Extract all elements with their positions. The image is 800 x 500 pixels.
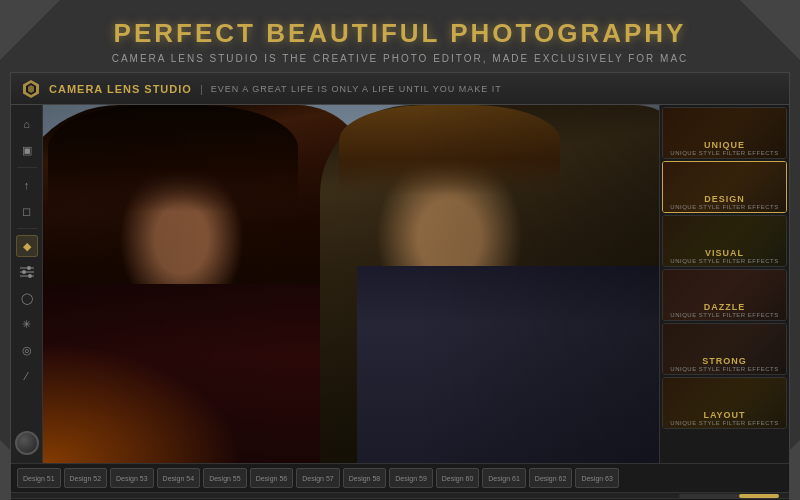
app-titlebar: CAMERA LENS STUDIO | EVEN A GREAT LIFE I… [11,73,789,105]
filter-sub-visual: UNIQUE STYLE FILTER EFFECTS [663,258,786,264]
filter-card-dazzle[interactable]: DAZZLE UNIQUE STYLE FILTER EFFECTS [662,269,787,321]
filter-name-design: DESIGN [663,194,786,204]
tool-sliders[interactable] [16,261,38,283]
filter-card-unique[interactable]: UNIQUE UNIQUE STYLE FILTER EFFECTS [662,107,787,159]
design-thumb-8[interactable]: Design 59 [389,468,433,488]
design-thumb-11[interactable]: Design 62 [529,468,573,488]
svg-point-8 [28,274,32,278]
tool-brush[interactable]: ⁄ [16,365,38,387]
filter-name-layout: LAYOUT [663,410,786,420]
filter-name-unique: UNIQUE [663,140,786,150]
tool-eye[interactable]: ◎ [16,339,38,361]
filter-card-design[interactable]: DESIGN UNIQUE STYLE FILTER EFFECTS [662,161,787,213]
outer-background: PERFECT BEAUTIFUL PHOTOGRAPHY CAMERA LEN… [0,0,800,500]
app-name-label: CAMERA LENS STUDIO [49,83,192,95]
design-thumb-4[interactable]: Design 55 [203,468,247,488]
tool-upload[interactable]: ↑ [16,174,38,196]
photo-overlay [43,105,659,463]
app-tagline-label: EVEN A GREAT LIFE IS ONLY A LIFE UNTIL Y… [211,84,502,94]
scrollbar-thumb[interactable] [739,494,779,498]
design-thumb-0[interactable]: Design 51 [17,468,61,488]
filter-name-strong: STRONG [663,356,786,366]
header: PERFECT BEAUTIFUL PHOTOGRAPHY CAMERA LEN… [0,0,800,72]
design-thumb-7[interactable]: Design 58 [343,468,387,488]
svg-marker-2 [28,85,34,93]
svg-point-6 [27,266,31,270]
toolbar-separator-1 [17,167,37,168]
main-subtitle: CAMERA LENS STUDIO IS THE CREATIVE PHOTO… [0,53,800,64]
main-title: PERFECT BEAUTIFUL PHOTOGRAPHY [0,18,800,49]
filter-name-visual: VISUAL [663,248,786,258]
tool-image[interactable]: ▣ [16,139,38,161]
design-thumb-10[interactable]: Design 61 [482,468,526,488]
tool-magic[interactable]: ✳ [16,313,38,335]
tool-save[interactable]: ◻ [16,200,38,222]
left-toolbar: ⌂ ▣ ↑ ◻ ◆ ◯ ✳ [11,105,43,463]
tool-home[interactable]: ⌂ [16,113,38,135]
photo-area [43,105,659,463]
app-window: CAMERA LENS STUDIO | EVEN A GREAT LIFE I… [10,72,790,500]
photo-scene [43,105,659,463]
filter-sub-unique: UNIQUE STYLE FILTER EFFECTS [663,150,786,156]
design-thumb-6[interactable]: Design 57 [296,468,340,488]
design-thumb-12[interactable]: Design 63 [575,468,619,488]
filter-sub-design: UNIQUE STYLE FILTER EFFECTS [663,204,786,210]
corner-decoration-tr [740,0,800,60]
filter-label-strong: STRONG UNIQUE STYLE FILTER EFFECTS [663,356,786,372]
filter-sub-layout: UNIQUE STYLE FILTER EFFECTS [663,420,786,426]
design-thumb-9[interactable]: Design 60 [436,468,480,488]
filter-card-strong[interactable]: STRONG UNIQUE STYLE FILTER EFFECTS [662,323,787,375]
tool-gem[interactable]: ◆ [16,235,38,257]
bottom-scrollbar[interactable] [11,492,789,498]
app-logo-icon [21,79,41,99]
toolbar-knob[interactable] [15,431,39,455]
svg-point-7 [22,270,26,274]
filter-label-dazzle: DAZZLE UNIQUE STYLE FILTER EFFECTS [663,302,786,318]
app-name-divider: | [200,83,203,95]
filter-label-visual: VISUAL UNIQUE STYLE FILTER EFFECTS [663,248,786,264]
design-thumb-5[interactable]: Design 56 [250,468,294,488]
filter-name-dazzle: DAZZLE [663,302,786,312]
filter-label-unique: UNIQUE UNIQUE STYLE FILTER EFFECTS [663,140,786,156]
filter-sub-strong: UNIQUE STYLE FILTER EFFECTS [663,366,786,372]
design-thumb-3[interactable]: Design 54 [157,468,201,488]
right-filter-panel: UNIQUE UNIQUE STYLE FILTER EFFECTS DESIG… [659,105,789,463]
bottom-bar: Design 51Design 52Design 53Design 54Desi… [11,463,789,492]
filter-card-layout[interactable]: LAYOUT UNIQUE STYLE FILTER EFFECTS [662,377,787,429]
tool-bulb[interactable]: ◯ [16,287,38,309]
filter-label-design: DESIGN UNIQUE STYLE FILTER EFFECTS [663,194,786,210]
filter-sub-dazzle: UNIQUE STYLE FILTER EFFECTS [663,312,786,318]
photo-placeholder [43,105,659,463]
filter-label-layout: LAYOUT UNIQUE STYLE FILTER EFFECTS [663,410,786,426]
filter-card-visual[interactable]: VISUAL UNIQUE STYLE FILTER EFFECTS [662,215,787,267]
scrollbar-track [679,494,779,498]
toolbar-separator-2 [17,228,37,229]
design-thumb-1[interactable]: Design 52 [64,468,108,488]
main-content: ⌂ ▣ ↑ ◻ ◆ ◯ ✳ [11,105,789,463]
corner-decoration-tl [0,0,60,60]
design-thumb-2[interactable]: Design 53 [110,468,154,488]
